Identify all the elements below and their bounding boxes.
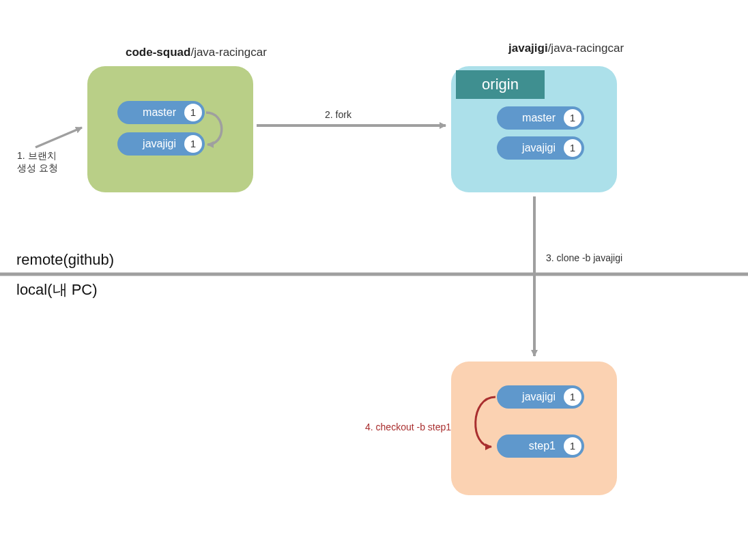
branch-master-right-count: 1 bbox=[564, 109, 581, 127]
branch-javajigi-right-label: javajigi bbox=[497, 136, 561, 160]
arrow-branch-request bbox=[35, 128, 82, 147]
repo-left-title-name: /java-racingcar bbox=[190, 46, 267, 59]
origin-label-text: origin bbox=[482, 76, 519, 93]
branch-master-left: master 1 bbox=[117, 101, 205, 124]
branch-step1-local-label: step1 bbox=[497, 434, 561, 458]
origin-label: origin bbox=[456, 70, 545, 99]
section-local: local(내 PC) bbox=[16, 280, 98, 300]
repo-right-title: javajigi/java-racingcar bbox=[508, 42, 624, 55]
action-checkout: 4. checkout -b step1 bbox=[365, 422, 451, 434]
branch-javajigi-left-label: javajigi bbox=[117, 132, 182, 156]
action-clone: 3. clone -b javajigi bbox=[546, 252, 622, 265]
branch-master-left-count: 1 bbox=[184, 104, 202, 121]
action-branch-request: 1. 브랜치 생성 요청 bbox=[17, 150, 58, 174]
branch-javajigi-local: javajigi 1 bbox=[497, 385, 584, 409]
branch-step1-local: step1 1 bbox=[497, 434, 584, 458]
branch-javajigi-left: javajigi 1 bbox=[117, 132, 205, 156]
branch-master-right-label: master bbox=[497, 106, 561, 130]
repo-box-code-squad bbox=[87, 66, 253, 192]
branch-master-left-label: master bbox=[117, 101, 182, 124]
branch-step1-local-count: 1 bbox=[564, 437, 581, 455]
branch-javajigi-local-label: javajigi bbox=[497, 385, 561, 409]
branch-javajigi-right-count: 1 bbox=[564, 139, 581, 157]
branch-javajigi-left-count: 1 bbox=[184, 135, 202, 153]
repo-right-title-owner: javajigi bbox=[508, 42, 548, 55]
action-fork: 2. fork bbox=[325, 109, 351, 121]
diagram-canvas: { "repo_left": { "title_bold": "code-squ… bbox=[0, 0, 748, 560]
repo-left-title-owner: code-squad bbox=[126, 46, 190, 59]
branch-javajigi-right: javajigi 1 bbox=[497, 136, 584, 160]
repo-right-title-name: /java-racingcar bbox=[548, 42, 624, 55]
branch-master-right: master 1 bbox=[497, 106, 584, 130]
action-branch-request-line2: 생성 요청 bbox=[17, 162, 58, 173]
section-remote: remote(github) bbox=[16, 251, 114, 269]
repo-left-title: code-squad/java-racingcar bbox=[126, 46, 267, 59]
action-branch-request-line1: 1. 브랜치 bbox=[17, 150, 57, 161]
branch-javajigi-local-count: 1 bbox=[564, 388, 581, 406]
repo-box-local bbox=[451, 362, 617, 495]
